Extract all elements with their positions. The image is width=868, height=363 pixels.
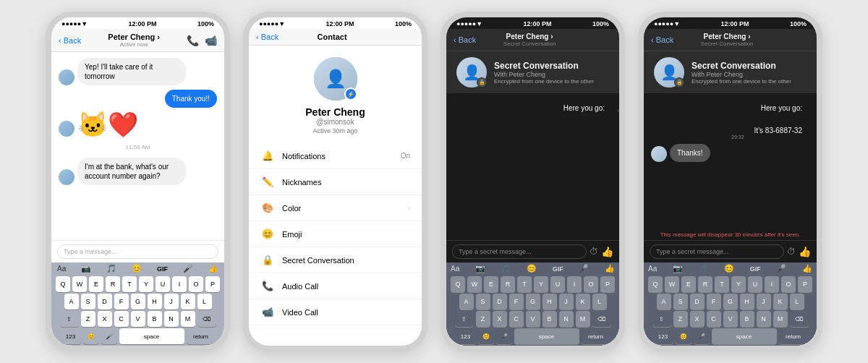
key-t[interactable]: T: [122, 276, 137, 292]
key-x[interactable]: X: [690, 311, 705, 327]
camera-icon-3[interactable]: 📷: [475, 264, 485, 273]
key-e[interactable]: E: [89, 276, 103, 292]
like-icon[interactable]: 👍: [208, 264, 218, 273]
key-k[interactable]: K: [181, 294, 195, 309]
aa-icon[interactable]: Aa: [57, 265, 66, 273]
key-j[interactable]: J: [164, 294, 179, 309]
key-l[interactable]: L: [592, 294, 607, 309]
key-h[interactable]: H: [542, 294, 557, 309]
back-button-3[interactable]: ‹ Back: [454, 35, 476, 44]
key-p[interactable]: P: [600, 276, 615, 292]
back-button-1[interactable]: ‹ Back: [59, 36, 81, 45]
menu-item-nicknames[interactable]: ✏️ Nicknames: [249, 169, 422, 195]
emoji-icon-3[interactable]: 😊: [527, 264, 537, 273]
emoji-icon-4[interactable]: 😊: [724, 264, 734, 273]
key-o[interactable]: O: [189, 276, 203, 292]
chat-input-1[interactable]: Type a message...: [57, 244, 218, 259]
phone-icon-1[interactable]: 📞: [187, 35, 199, 46]
key-r[interactable]: R: [501, 276, 515, 292]
secret-chat-input-4[interactable]: Type a secret message...: [650, 244, 784, 259]
emoji-key[interactable]: 😊: [676, 328, 692, 344]
key-s[interactable]: S: [476, 294, 490, 309]
key-b[interactable]: B: [148, 311, 162, 327]
key-r[interactable]: R: [698, 276, 712, 292]
key-y[interactable]: Y: [534, 276, 548, 292]
key-a[interactable]: A: [459, 294, 474, 309]
key-r[interactable]: R: [106, 276, 120, 292]
key-m[interactable]: M: [181, 311, 195, 327]
key-s[interactable]: S: [81, 294, 95, 309]
key-v[interactable]: V: [526, 311, 540, 327]
key-p[interactable]: P: [798, 276, 812, 292]
menu-item-notifications[interactable]: 🔔 Notifications On: [249, 143, 422, 169]
shift-key[interactable]: ⇧: [60, 311, 79, 327]
key-t[interactable]: T: [517, 276, 532, 292]
backspace-key[interactable]: ⌫: [592, 311, 611, 327]
key-y[interactable]: Y: [139, 276, 153, 292]
mic-key[interactable]: 🎤: [496, 328, 512, 344]
key-z[interactable]: Z: [476, 311, 490, 327]
key-d[interactable]: D: [98, 294, 112, 309]
mic-key[interactable]: 🎤: [694, 328, 710, 344]
key-w[interactable]: W: [467, 276, 482, 292]
like-icon-4[interactable]: 👍: [802, 264, 812, 273]
key-g[interactable]: G: [526, 294, 540, 309]
menu-item-color[interactable]: 🎨 Color ›: [249, 195, 422, 221]
return-key[interactable]: return: [779, 328, 808, 344]
space-key[interactable]: space: [712, 328, 777, 344]
key-f[interactable]: F: [707, 294, 721, 309]
key-g[interactable]: G: [723, 294, 738, 309]
backspace-key[interactable]: ⌫: [790, 311, 809, 327]
key-i[interactable]: I: [567, 276, 582, 292]
aa-icon-4[interactable]: Aa: [648, 265, 657, 273]
audio-icon-4[interactable]: 🎵: [698, 264, 708, 273]
key-k[interactable]: K: [773, 294, 788, 309]
key-q[interactable]: Q: [648, 276, 663, 292]
numbers-key[interactable]: 123: [61, 328, 81, 344]
mic-icon-4[interactable]: 🎤: [776, 264, 786, 273]
mic-icon[interactable]: 🎤: [183, 264, 193, 273]
key-h[interactable]: H: [148, 294, 162, 309]
key-f[interactable]: F: [509, 294, 524, 309]
numbers-key[interactable]: 123: [456, 328, 476, 344]
return-key[interactable]: return: [582, 328, 610, 344]
back-button-2[interactable]: ‹ Back: [256, 33, 278, 41]
key-z[interactable]: Z: [81, 311, 95, 327]
return-key[interactable]: return: [187, 328, 216, 344]
emoji-icon[interactable]: 😊: [132, 264, 142, 273]
gif-icon-3[interactable]: GIF: [553, 265, 563, 273]
key-w[interactable]: W: [665, 276, 679, 292]
key-m[interactable]: M: [576, 311, 590, 327]
key-v[interactable]: V: [723, 311, 738, 327]
key-e[interactable]: E: [681, 276, 696, 292]
key-l[interactable]: L: [790, 294, 804, 309]
key-i[interactable]: I: [765, 276, 779, 292]
key-c[interactable]: C: [509, 311, 524, 327]
menu-item-video[interactable]: 📹 Video Call: [249, 299, 422, 325]
key-p[interactable]: P: [205, 276, 220, 292]
space-key[interactable]: space: [119, 328, 184, 344]
emoji-key[interactable]: 😊: [83, 328, 99, 344]
key-u[interactable]: U: [550, 276, 565, 292]
key-x[interactable]: X: [493, 311, 507, 327]
camera-icon[interactable]: 📷: [81, 264, 91, 273]
menu-item-emoji[interactable]: 😊 Emoji: [249, 221, 422, 247]
key-a[interactable]: A: [64, 294, 79, 309]
secret-chat-input-3[interactable]: Type a secret message...: [452, 244, 587, 259]
key-j[interactable]: J: [757, 294, 771, 309]
video-icon-1[interactable]: 📹: [205, 35, 217, 46]
aa-icon-3[interactable]: Aa: [451, 265, 459, 273]
key-g[interactable]: G: [131, 294, 145, 309]
backspace-key[interactable]: ⌫: [197, 311, 216, 327]
key-a[interactable]: A: [657, 294, 671, 309]
key-j[interactable]: J: [559, 294, 574, 309]
back-button-4[interactable]: ‹ Back: [651, 35, 673, 44]
gif-icon[interactable]: GIF: [157, 265, 168, 273]
audio-icon-3[interactable]: 🎵: [501, 264, 511, 273]
key-m[interactable]: M: [773, 311, 788, 327]
key-o[interactable]: O: [584, 276, 598, 292]
key-c[interactable]: C: [707, 311, 721, 327]
key-y[interactable]: Y: [731, 276, 746, 292]
key-b[interactable]: B: [740, 311, 754, 327]
key-o[interactable]: O: [781, 276, 796, 292]
